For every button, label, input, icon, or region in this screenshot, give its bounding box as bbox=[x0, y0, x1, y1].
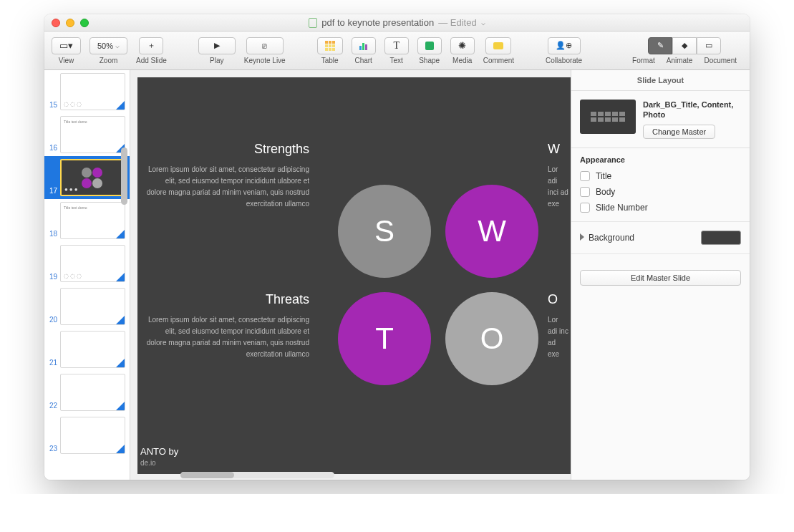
opportunities-heading[interactable]: O bbox=[548, 292, 569, 307]
add-slide-button[interactable]: ＋ bbox=[139, 37, 163, 54]
comment-button[interactable] bbox=[485, 37, 511, 54]
chart-icon bbox=[359, 42, 367, 50]
slide-number-checkbox-row[interactable]: Slide Number bbox=[571, 200, 750, 216]
view-button[interactable]: ▭▾ bbox=[52, 37, 81, 54]
play-button[interactable]: ▶ bbox=[198, 37, 236, 54]
document-tab[interactable]: ▭ bbox=[697, 37, 721, 54]
slide-thumb-15[interactable]: 15 ◌◌◌ bbox=[44, 70, 130, 113]
comment-icon bbox=[493, 42, 503, 49]
checkbox-icon[interactable] bbox=[580, 203, 590, 213]
slide-content[interactable]: Strengths Lorem ipsum dolor sit amet, co… bbox=[137, 77, 571, 474]
shape-button[interactable] bbox=[417, 37, 442, 54]
master-name: Dark_BG_Title, Content, Photo bbox=[643, 100, 741, 120]
format-label: Format bbox=[626, 57, 661, 64]
format-inspector: Slide Layout Dark_BG_Title, Content, Pho… bbox=[571, 70, 750, 480]
slide-preview: ●●● bbox=[60, 159, 125, 196]
slide-thumb-23[interactable]: 23 bbox=[44, 414, 130, 457]
swot-letter: O bbox=[480, 321, 504, 356]
format-icon: ✎ bbox=[657, 41, 664, 50]
play-icon: ▶ bbox=[214, 41, 220, 50]
keynote-live-button[interactable]: ⎚ bbox=[246, 37, 284, 54]
media-label: Media bbox=[452, 57, 472, 64]
collaborate-icon: 👤⊕ bbox=[556, 41, 572, 50]
navigator-scrollbar[interactable] bbox=[121, 140, 127, 284]
media-button[interactable]: ✺ bbox=[450, 37, 475, 54]
edit-master-slide-button[interactable]: Edit Master Slide bbox=[580, 270, 741, 286]
text-icon: T bbox=[393, 40, 400, 52]
notes-icon: ●●● bbox=[64, 186, 79, 193]
slide-thumb-19[interactable]: 19 ◌◌◌ bbox=[44, 242, 130, 285]
checkbox-icon[interactable] bbox=[580, 171, 590, 181]
thumb-title: Title text demo bbox=[61, 203, 125, 213]
swot-letter: W bbox=[478, 214, 506, 248]
keynote-live-label: Keynote Live bbox=[244, 57, 286, 64]
threats-heading[interactable]: Threats bbox=[145, 292, 309, 307]
strengths-heading[interactable]: Strengths bbox=[145, 142, 309, 157]
table-button[interactable] bbox=[317, 37, 343, 54]
disclosure-triangle-icon[interactable] bbox=[580, 233, 584, 241]
table-icon bbox=[325, 41, 335, 51]
slide-preview bbox=[60, 417, 125, 454]
slide-thumb-22[interactable]: 22 bbox=[44, 371, 130, 414]
titlebar: pdf to keynote presentation — Edited ⌵ bbox=[44, 14, 750, 32]
background-color-swatch[interactable] bbox=[701, 231, 741, 245]
background-label: Background bbox=[589, 233, 634, 243]
collaborate-label: Collaborate bbox=[546, 57, 582, 64]
threats-body[interactable]: Lorem ipsum dolor sit amet, consectetur … bbox=[145, 314, 309, 360]
view-label: View bbox=[59, 57, 74, 64]
swot-letter: S bbox=[374, 214, 394, 248]
workspace: 15 ◌◌◌ 16 Title text demo 17 ●●● 18 bbox=[44, 70, 750, 480]
weaknesses-body[interactable]: Lor adi inci ad exe bbox=[548, 164, 569, 210]
credit-line-1[interactable]: ANTO by bbox=[140, 446, 178, 457]
slide-number: 15 bbox=[46, 101, 57, 110]
swot-circle-t[interactable]: T bbox=[338, 292, 431, 385]
edited-indicator: — Edited bbox=[438, 17, 476, 28]
swot-diagram[interactable]: S W T O bbox=[338, 185, 538, 385]
canvas-horizontal-scrollbar[interactable] bbox=[180, 472, 334, 478]
slide-thumb-16[interactable]: 16 Title text demo bbox=[44, 113, 130, 156]
slide-number: 17 bbox=[46, 187, 57, 196]
slide-thumb-17[interactable]: 17 ●●● bbox=[44, 156, 130, 199]
document-label: Document bbox=[698, 57, 742, 64]
slide-thumb-20[interactable]: 20 bbox=[44, 285, 130, 328]
shape-icon bbox=[425, 42, 434, 50]
collaborate-button[interactable]: 👤⊕ bbox=[548, 37, 581, 54]
opportunities-body[interactable]: Lor adi inc ad exe bbox=[548, 314, 569, 360]
slide-number: 19 bbox=[46, 273, 57, 282]
media-icon: ✺ bbox=[458, 40, 466, 51]
swot-circle-o[interactable]: O bbox=[445, 292, 538, 385]
animate-icon: ◆ bbox=[682, 41, 687, 50]
body-checkbox-row[interactable]: Body bbox=[571, 184, 750, 200]
slide-preview: ◌◌◌ bbox=[60, 73, 125, 110]
swot-circle-s[interactable]: S bbox=[338, 185, 431, 278]
animate-tab[interactable]: ◆ bbox=[672, 37, 697, 54]
background-row[interactable]: Background bbox=[571, 221, 750, 254]
slide-number: 20 bbox=[46, 316, 57, 325]
checkbox-icon[interactable] bbox=[580, 187, 590, 197]
change-master-button[interactable]: Change Master bbox=[643, 125, 715, 139]
strengths-body[interactable]: Lorem ipsum dolor sit amet, consectetur … bbox=[145, 164, 309, 210]
zoom-label: Zoom bbox=[100, 57, 118, 64]
toolbar: ▭▾ View 50%⌵ Zoom ＋ Add Slide ▶ Play ⎚ K… bbox=[44, 32, 750, 70]
format-tab[interactable]: ✎ bbox=[648, 37, 672, 54]
notes-icon: ◌◌◌ bbox=[64, 101, 83, 107]
swot-circle-w[interactable]: W bbox=[445, 185, 538, 278]
credit-line-2[interactable]: de.io bbox=[140, 459, 156, 467]
text-button[interactable]: T bbox=[384, 37, 409, 54]
app-window: pdf to keynote presentation — Edited ⌵ ▭… bbox=[44, 14, 750, 480]
title-checkbox-row[interactable]: Title bbox=[571, 168, 750, 184]
chart-button[interactable] bbox=[352, 37, 376, 54]
window-title: pdf to keynote presentation bbox=[321, 17, 434, 28]
table-label: Table bbox=[321, 57, 339, 64]
slide-thumb-21[interactable]: 21 bbox=[44, 328, 130, 371]
slide-thumb-18[interactable]: 18 Title text demo bbox=[44, 199, 130, 242]
slide-number: 23 bbox=[46, 445, 57, 454]
slide-navigator[interactable]: 15 ◌◌◌ 16 Title text demo 17 ●●● 18 bbox=[44, 70, 130, 480]
keynote-live-icon: ⎚ bbox=[262, 42, 267, 50]
zoom-dropdown[interactable]: 50%⌵ bbox=[89, 37, 127, 54]
chevron-down-icon: ⌵ bbox=[115, 42, 120, 49]
slide-preview bbox=[60, 331, 125, 368]
title-chevron-down-icon[interactable]: ⌵ bbox=[481, 19, 485, 26]
weaknesses-heading[interactable]: W bbox=[548, 142, 569, 157]
slide-canvas[interactable]: Strengths Lorem ipsum dolor sit amet, co… bbox=[130, 70, 571, 480]
